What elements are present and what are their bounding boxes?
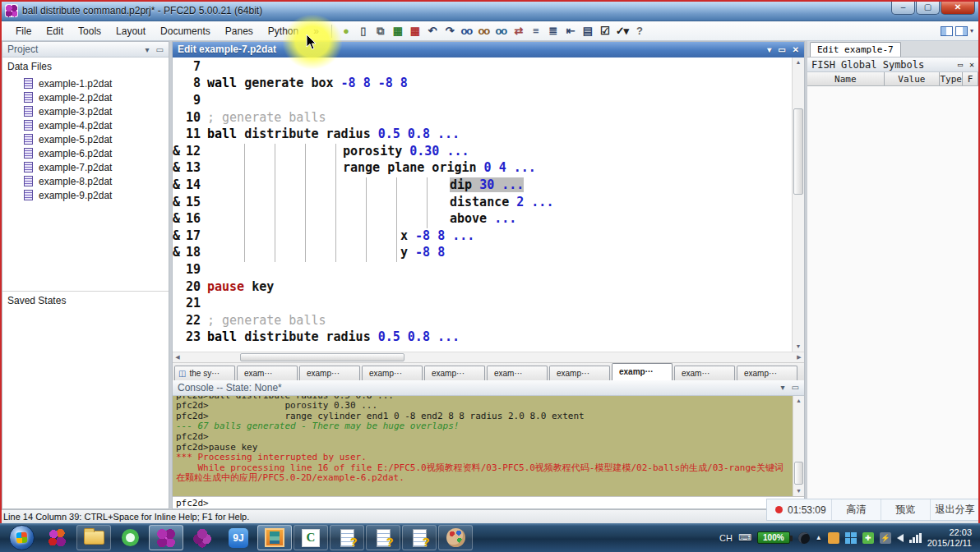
replace-icon[interactable]: ⇄ <box>510 23 527 39</box>
fish-column-type[interactable]: Type <box>940 72 963 85</box>
code-editor[interactable]: 78wall generate box -8 8 -8 8910; genera… <box>173 58 804 352</box>
menu-panes[interactable]: Panes <box>218 23 261 39</box>
language-indicator[interactable]: CH <box>719 533 733 543</box>
scroll-down-icon[interactable]: ▼ <box>793 342 804 352</box>
particles-app-icon[interactable] <box>185 525 220 550</box>
fish-column-value[interactable]: Value <box>885 72 940 85</box>
menu-tools[interactable]: Tools <box>71 23 109 39</box>
scrollbar-thumb[interactable] <box>794 462 803 485</box>
redo-icon[interactable]: ↷ <box>441 23 458 39</box>
data-file-item[interactable]: example-3.p2dat <box>2 104 169 118</box>
save-document-icon[interactable]: ▦ <box>389 23 406 39</box>
doc-tab-7[interactable]: examp··· <box>612 363 673 380</box>
console-vertical-scrollbar[interactable]: ▲ ▼ <box>793 396 804 496</box>
start-button[interactable] <box>4 525 39 550</box>
console-header[interactable]: Console -- State: None* ▾ ▭ <box>173 380 804 396</box>
network-signal-icon[interactable] <box>909 533 922 543</box>
window-titlebar[interactable]: ball distribute command.p2prj* - PFC2D 5… <box>0 0 980 21</box>
minimize-button[interactable]: – <box>891 0 915 15</box>
menu-»[interactable]: » <box>306 23 326 39</box>
close-button[interactable]: ✕ <box>941 0 975 15</box>
data-file-item[interactable]: example-2.p2dat <box>2 90 169 104</box>
tray-expand-icon[interactable]: ▲ <box>816 534 822 541</box>
update-tray-icon[interactable]: ✚ <box>862 532 874 544</box>
find-in-files-icon[interactable]: oo <box>492 23 510 39</box>
scroll-up-icon[interactable]: ▲ <box>793 396 804 406</box>
minimize-panel-icon[interactable]: ▭ <box>156 45 164 54</box>
menu-edit[interactable]: Edit <box>39 23 71 39</box>
maximize-button[interactable]: ▢ <box>916 0 940 15</box>
security-tray-icon[interactable] <box>828 532 839 544</box>
close-panel-icon[interactable]: ✕ <box>969 60 974 69</box>
scrollbar-thumb[interactable] <box>793 108 803 195</box>
keyboard-icon[interactable]: ⌨ <box>738 532 751 543</box>
checkbox-icon[interactable]: ☑ <box>596 23 613 39</box>
pfc-project-icon[interactable] <box>40 525 75 550</box>
tab-edit-example-7[interactable]: Edit example-7 <box>810 42 901 57</box>
windows-flag-icon[interactable] <box>845 532 857 544</box>
data-file-item[interactable]: example-5.p2dat <box>2 132 169 146</box>
menu-file[interactable]: File <box>8 23 39 39</box>
doc-tab-5[interactable]: exam··· <box>487 366 548 380</box>
doc-tab-0[interactable]: ◫the sy··· <box>174 366 235 380</box>
doc-tab-4[interactable]: examp··· <box>424 366 485 380</box>
open-document-icon[interactable]: ⧉ <box>372 23 389 39</box>
help-doc-icon-1[interactable]: ? <box>330 525 364 550</box>
undo-icon[interactable]: ↶ <box>423 23 441 39</box>
validate-icon[interactable]: ✓▾ <box>613 23 631 39</box>
indent-icon[interactable]: ≡ <box>527 23 544 39</box>
new-document-icon[interactable]: ▯ <box>354 23 372 39</box>
unindent-icon[interactable]: ⇤ <box>562 23 579 39</box>
data-file-item[interactable]: example-9.p2dat <box>2 188 169 202</box>
scroll-up-icon[interactable]: ▲ <box>793 58 804 67</box>
pane-layout-icon[interactable] <box>955 26 968 36</box>
editor-horizontal-scrollbar[interactable]: ◀ ▶ <box>173 352 804 362</box>
help-icon[interactable]: ? <box>631 23 648 39</box>
fish-symbols-header[interactable]: FISH Global Symbols ▭ ✕ <box>807 58 978 72</box>
data-file-item[interactable]: example-6.p2dat <box>2 146 169 160</box>
fish-column-f[interactable]: F <box>963 72 978 85</box>
doc-tab-1[interactable]: exam··· <box>237 366 298 380</box>
menu-layout[interactable]: Layout <box>109 23 153 39</box>
paint-app-icon[interactable] <box>438 525 473 550</box>
dropdown-icon[interactable]: ▾ <box>146 45 150 54</box>
console-output[interactable]: pfc2d>ball distribute radius 0.5 0.8 ...… <box>173 396 804 496</box>
record-icon[interactable]: ● <box>337 23 354 39</box>
share-button-0[interactable]: 高清 <box>831 499 881 520</box>
split-pane-icon[interactable] <box>941 26 953 36</box>
editor-header[interactable]: Edit example-7.p2dat ▾ ▭ ✕ <box>173 42 804 58</box>
fish-column-name[interactable]: Name <box>807 72 885 85</box>
chevron-down-icon[interactable]: ▾ <box>970 27 973 34</box>
scroll-right-icon[interactable]: ▶ <box>794 352 804 362</box>
data-file-item[interactable]: example-1.p2dat <box>2 76 169 90</box>
saved-states-label[interactable]: Saved States <box>2 291 169 310</box>
power-plug-icon[interactable]: ⚡ <box>880 532 891 544</box>
share-button-1[interactable]: 预览 <box>881 499 930 520</box>
browser-icon[interactable] <box>113 525 147 550</box>
restore-panel-icon[interactable]: ▭ <box>778 45 785 54</box>
dropdown-icon[interactable]: ▾ <box>781 383 785 392</box>
doc-tab-6[interactable]: examp··· <box>549 366 610 380</box>
scrollbar-thumb[interactable] <box>240 353 404 361</box>
pfc2d-app-icon[interactable] <box>149 525 183 550</box>
file-explorer-icon[interactable] <box>76 525 111 550</box>
close-panel-icon[interactable]: ✕ <box>793 45 799 54</box>
battery-indicator[interactable]: 100% <box>757 531 790 544</box>
close-document-icon[interactable]: ▦ <box>406 23 423 39</box>
doc-tab-3[interactable]: examp··· <box>362 366 423 380</box>
console-input[interactable]: pfc2d> <box>173 496 804 508</box>
project-panel-header[interactable]: Project ▾ ▭ <box>2 42 169 58</box>
share-button-2[interactable]: 退出分享 <box>930 499 979 520</box>
dropdown-icon[interactable]: ▾ <box>767 45 771 54</box>
taskbar-clock[interactable]: 22:03 2015/12/11 <box>927 527 972 549</box>
menu-python[interactable]: Python <box>261 23 306 39</box>
help-doc-icon-2[interactable]: ? <box>366 525 400 550</box>
data-file-item[interactable]: example-4.p2dat <box>2 118 169 132</box>
data-file-item[interactable]: example-7.p2dat <box>2 160 169 174</box>
volume-icon[interactable] <box>897 534 904 542</box>
minimize-panel-icon[interactable]: ▭ <box>792 383 799 392</box>
doc-tab-9[interactable]: examp··· <box>737 366 797 380</box>
doc-tab-2[interactable]: examp··· <box>299 366 360 380</box>
moon-power-icon[interactable] <box>798 532 810 544</box>
gj-app-icon[interactable]: 9J <box>221 525 256 550</box>
